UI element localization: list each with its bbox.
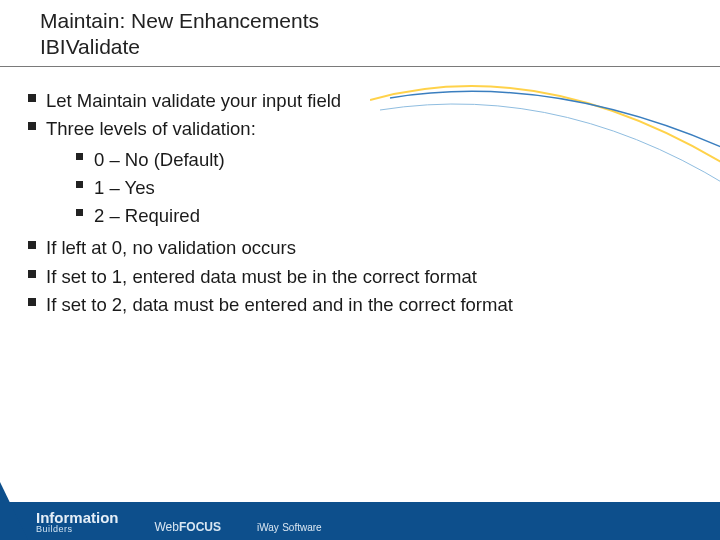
bullet-item: Three levels of validation: 0 – No (Defa… bbox=[28, 116, 692, 229]
title-line-1: Maintain: New Enhancements bbox=[40, 8, 319, 34]
body-content: Let Maintain validate your input field T… bbox=[28, 86, 692, 320]
slide-title: Maintain: New Enhancements IBIValidate bbox=[40, 8, 319, 61]
brand-sub: Builders bbox=[36, 525, 119, 534]
bullet-item: If left at 0, no validation occurs bbox=[28, 235, 692, 261]
bullet-list: Let Maintain validate your input field T… bbox=[28, 88, 692, 318]
brand-iway-sub: Software bbox=[282, 522, 321, 533]
bullet-item: If set to 1, entered data must be in the… bbox=[28, 264, 692, 290]
bullet-item: If set to 2, data must be entered and in… bbox=[28, 292, 692, 318]
sub-bullet-list: 0 – No (Default) 1 – Yes 2 – Required bbox=[76, 147, 692, 230]
footer: Information Builders WebFOCUS iWay Softw… bbox=[0, 482, 720, 540]
brand-wf-suffix: FOCUS bbox=[179, 520, 221, 534]
brand-iway: iWay Software bbox=[257, 520, 322, 534]
footer-accent bbox=[0, 482, 28, 540]
footer-brands: Information Builders WebFOCUS iWay Softw… bbox=[36, 511, 322, 534]
sub-bullet-item: 2 – Required bbox=[76, 203, 692, 229]
brand-wf-prefix: Web bbox=[155, 520, 179, 534]
brand-information-builders: Information Builders bbox=[36, 511, 119, 534]
title-line-2: IBIValidate bbox=[40, 34, 319, 60]
brand-iway-main: iWay bbox=[257, 522, 279, 533]
sub-bullet-item: 1 – Yes bbox=[76, 175, 692, 201]
slide: Maintain: New Enhancements IBIValidate L… bbox=[0, 0, 720, 540]
bullet-text: Three levels of validation: bbox=[46, 118, 256, 139]
title-underline bbox=[0, 66, 720, 67]
brand-webfocus: WebFOCUS bbox=[155, 520, 221, 534]
bullet-item: Let Maintain validate your input field bbox=[28, 88, 692, 114]
sub-bullet-item: 0 – No (Default) bbox=[76, 147, 692, 173]
